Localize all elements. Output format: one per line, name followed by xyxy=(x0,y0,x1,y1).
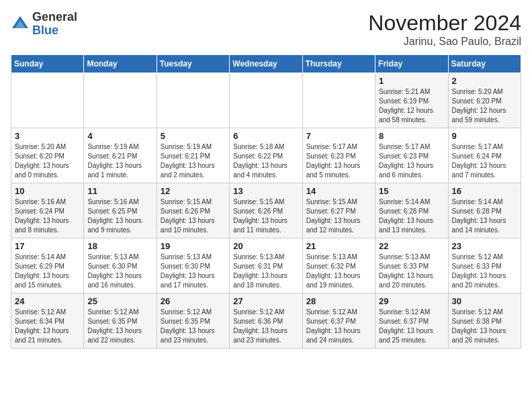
day-number: 23 xyxy=(452,241,517,251)
day-number: 17 xyxy=(15,241,80,251)
day-info: Sunrise: 5:15 AMSunset: 6:26 PMDaylight:… xyxy=(161,198,215,234)
day-number: 10 xyxy=(15,186,80,196)
day-info: Sunrise: 5:12 AMSunset: 6:35 PMDaylight:… xyxy=(161,308,215,344)
calendar-cell: 2Sunrise: 5:20 AMSunset: 6:20 PMDaylight… xyxy=(448,73,521,128)
calendar-cell: 16Sunrise: 5:14 AMSunset: 6:28 PMDayligh… xyxy=(448,183,521,238)
calendar-cell xyxy=(157,73,229,128)
day-number: 5 xyxy=(161,131,226,141)
day-info: Sunrise: 5:19 AMSunset: 6:21 PMDaylight:… xyxy=(87,143,142,179)
day-info: Sunrise: 5:17 AMSunset: 6:23 PMDaylight:… xyxy=(379,143,433,179)
day-number: 3 xyxy=(15,131,80,141)
calendar-table: SundayMondayTuesdayWednesdayThursdayFrid… xyxy=(11,54,521,349)
day-number: 30 xyxy=(452,296,517,306)
day-info: Sunrise: 5:14 AMSunset: 6:29 PMDaylight:… xyxy=(15,253,69,289)
calendar-cell: 9Sunrise: 5:17 AMSunset: 6:24 PMDaylight… xyxy=(448,128,521,183)
calendar-cell: 27Sunrise: 5:12 AMSunset: 6:36 PMDayligh… xyxy=(230,293,302,349)
day-info: Sunrise: 5:13 AMSunset: 6:30 PMDaylight:… xyxy=(161,253,215,289)
page-header: General Blue November 2024 Jarinu, Sao P… xyxy=(11,11,521,48)
calendar-cell: 10Sunrise: 5:16 AMSunset: 6:24 PMDayligh… xyxy=(11,183,84,238)
calendar-cell: 6Sunrise: 5:18 AMSunset: 6:22 PMDaylight… xyxy=(230,128,302,183)
day-info: Sunrise: 5:18 AMSunset: 6:22 PMDaylight:… xyxy=(233,143,287,179)
calendar-cell: 29Sunrise: 5:12 AMSunset: 6:37 PMDayligh… xyxy=(375,293,448,349)
calendar-week-3: 10Sunrise: 5:16 AMSunset: 6:24 PMDayligh… xyxy=(11,183,521,238)
day-number: 14 xyxy=(306,186,371,196)
logo: General Blue xyxy=(11,11,77,38)
calendar-week-2: 3Sunrise: 5:20 AMSunset: 6:20 PMDaylight… xyxy=(11,128,521,183)
calendar-cell xyxy=(302,73,375,128)
day-info: Sunrise: 5:13 AMSunset: 6:31 PMDaylight:… xyxy=(233,253,287,289)
calendar-cell: 20Sunrise: 5:13 AMSunset: 6:31 PMDayligh… xyxy=(230,238,302,293)
day-info: Sunrise: 5:17 AMSunset: 6:24 PMDaylight:… xyxy=(452,143,506,179)
calendar-cell: 8Sunrise: 5:17 AMSunset: 6:23 PMDaylight… xyxy=(375,128,448,183)
header-friday: Friday xyxy=(375,55,448,73)
day-number: 21 xyxy=(306,241,371,251)
day-number: 27 xyxy=(233,296,298,306)
day-number: 29 xyxy=(379,296,444,306)
calendar-cell: 7Sunrise: 5:17 AMSunset: 6:23 PMDaylight… xyxy=(302,128,375,183)
calendar-cell: 5Sunrise: 5:19 AMSunset: 6:21 PMDaylight… xyxy=(157,128,229,183)
calendar-cell: 11Sunrise: 5:16 AMSunset: 6:25 PMDayligh… xyxy=(84,183,157,238)
day-number: 9 xyxy=(452,131,517,141)
day-number: 28 xyxy=(306,296,371,306)
day-number: 20 xyxy=(233,241,298,251)
calendar-cell: 18Sunrise: 5:13 AMSunset: 6:30 PMDayligh… xyxy=(84,238,157,293)
day-info: Sunrise: 5:12 AMSunset: 6:37 PMDaylight:… xyxy=(379,308,433,344)
calendar-cell: 21Sunrise: 5:13 AMSunset: 6:32 PMDayligh… xyxy=(302,238,375,293)
day-number: 26 xyxy=(161,296,226,306)
day-number: 2 xyxy=(452,76,517,86)
day-number: 16 xyxy=(452,186,517,196)
calendar-cell: 15Sunrise: 5:14 AMSunset: 6:28 PMDayligh… xyxy=(375,183,448,238)
header-sunday: Sunday xyxy=(11,55,84,73)
header-tuesday: Tuesday xyxy=(157,55,229,73)
header-thursday: Thursday xyxy=(302,55,375,73)
day-info: Sunrise: 5:16 AMSunset: 6:25 PMDaylight:… xyxy=(87,198,142,234)
logo-icon xyxy=(11,15,30,34)
day-info: Sunrise: 5:12 AMSunset: 6:35 PMDaylight:… xyxy=(87,308,142,344)
calendar-cell: 4Sunrise: 5:19 AMSunset: 6:21 PMDaylight… xyxy=(84,128,157,183)
day-number: 19 xyxy=(161,241,226,251)
calendar-week-4: 17Sunrise: 5:14 AMSunset: 6:29 PMDayligh… xyxy=(11,238,521,293)
calendar-cell: 12Sunrise: 5:15 AMSunset: 6:26 PMDayligh… xyxy=(157,183,229,238)
day-info: Sunrise: 5:16 AMSunset: 6:24 PMDaylight:… xyxy=(15,198,69,234)
day-info: Sunrise: 5:13 AMSunset: 6:33 PMDaylight:… xyxy=(379,253,433,289)
calendar-cell: 14Sunrise: 5:15 AMSunset: 6:27 PMDayligh… xyxy=(302,183,375,238)
calendar-cell: 24Sunrise: 5:12 AMSunset: 6:34 PMDayligh… xyxy=(11,293,84,349)
calendar-week-5: 24Sunrise: 5:12 AMSunset: 6:34 PMDayligh… xyxy=(11,293,521,349)
day-number: 7 xyxy=(306,131,371,141)
header-monday: Monday xyxy=(84,55,157,73)
day-info: Sunrise: 5:14 AMSunset: 6:28 PMDaylight:… xyxy=(452,198,506,234)
calendar-cell: 26Sunrise: 5:12 AMSunset: 6:35 PMDayligh… xyxy=(157,293,229,349)
logo-blue-text: Blue xyxy=(32,24,58,37)
day-number: 8 xyxy=(379,131,444,141)
day-number: 1 xyxy=(379,76,444,86)
calendar-cell: 1Sunrise: 5:21 AMSunset: 6:19 PMDaylight… xyxy=(375,73,448,128)
day-info: Sunrise: 5:17 AMSunset: 6:23 PMDaylight:… xyxy=(306,143,361,179)
calendar-cell xyxy=(230,73,302,128)
calendar-cell: 23Sunrise: 5:12 AMSunset: 6:33 PMDayligh… xyxy=(448,238,521,293)
day-number: 25 xyxy=(87,296,152,306)
calendar-cell: 17Sunrise: 5:14 AMSunset: 6:29 PMDayligh… xyxy=(11,238,84,293)
page-subtitle: Jarinu, Sao Paulo, Brazil xyxy=(368,36,521,48)
header-saturday: Saturday xyxy=(448,55,521,73)
header-wednesday: Wednesday xyxy=(230,55,302,73)
day-info: Sunrise: 5:12 AMSunset: 6:38 PMDaylight:… xyxy=(452,308,506,344)
day-number: 18 xyxy=(87,241,152,251)
calendar-cell: 30Sunrise: 5:12 AMSunset: 6:38 PMDayligh… xyxy=(448,293,521,349)
calendar-header-row: SundayMondayTuesdayWednesdayThursdayFrid… xyxy=(11,55,521,73)
calendar-cell: 25Sunrise: 5:12 AMSunset: 6:35 PMDayligh… xyxy=(84,293,157,349)
day-info: Sunrise: 5:15 AMSunset: 6:26 PMDaylight:… xyxy=(233,198,287,234)
day-number: 11 xyxy=(87,186,152,196)
day-info: Sunrise: 5:12 AMSunset: 6:36 PMDaylight:… xyxy=(233,308,287,344)
day-info: Sunrise: 5:12 AMSunset: 6:33 PMDaylight:… xyxy=(452,253,506,289)
calendar-cell: 3Sunrise: 5:20 AMSunset: 6:20 PMDaylight… xyxy=(11,128,84,183)
day-info: Sunrise: 5:21 AMSunset: 6:19 PMDaylight:… xyxy=(379,88,433,124)
day-info: Sunrise: 5:13 AMSunset: 6:30 PMDaylight:… xyxy=(87,253,142,289)
day-info: Sunrise: 5:13 AMSunset: 6:32 PMDaylight:… xyxy=(306,253,361,289)
day-info: Sunrise: 5:19 AMSunset: 6:21 PMDaylight:… xyxy=(161,143,215,179)
day-info: Sunrise: 5:12 AMSunset: 6:34 PMDaylight:… xyxy=(15,308,69,344)
day-info: Sunrise: 5:20 AMSunset: 6:20 PMDaylight:… xyxy=(452,88,506,124)
calendar-cell: 22Sunrise: 5:13 AMSunset: 6:33 PMDayligh… xyxy=(375,238,448,293)
calendar-cell: 19Sunrise: 5:13 AMSunset: 6:30 PMDayligh… xyxy=(157,238,229,293)
page-title: November 2024 xyxy=(368,11,521,36)
calendar-cell: 13Sunrise: 5:15 AMSunset: 6:26 PMDayligh… xyxy=(230,183,302,238)
